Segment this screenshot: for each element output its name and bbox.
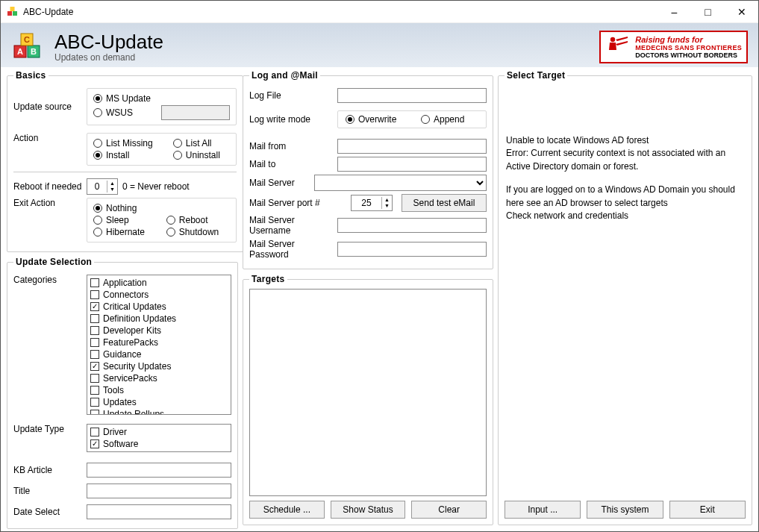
log-file-input[interactable] [337,88,487,103]
radio-install[interactable]: Install [93,150,163,160]
log-mail-legend: Log and @Mail [249,70,320,81]
radio-uninstall[interactable]: Uninstall [173,150,230,160]
app-icon [7,6,19,18]
reboot-hint: 0 = Never reboot [122,181,190,192]
msf-banner[interactable]: Raising funds for MEDECINS SANS FRONTIER… [599,31,748,63]
basics-legend: Basics [13,70,49,81]
mail-server-label: Mail Server [249,178,310,188]
svg-point-9 [610,37,615,41]
select-target-text: Unable to locate Windows AD forest Error… [505,85,746,227]
checkbox-icon [90,338,99,347]
category-featurepacks[interactable]: FeaturePacks [89,337,229,348]
checkbox-icon [90,314,99,323]
svg-text:B: B [31,47,37,56]
update-type-list[interactable]: DriverSoftware [87,424,231,452]
close-button[interactable]: ✕ [725,1,758,22]
mail-server-combo[interactable] [314,175,487,191]
basics-group: Basics Update source MS Update WSUS Acti… [7,70,243,252]
kb-input[interactable] [87,463,231,478]
spin-up-icon[interactable]: ▲ [382,197,392,203]
schedule-button[interactable]: Schedule ... [249,501,325,519]
category-servicepacks[interactable]: ServicePacks [89,372,229,384]
show-status-button[interactable]: Show Status [331,501,406,519]
window-title: ABC-Update [23,7,658,17]
categories-list[interactable]: ApplicationConnectorsCritical UpdatesDef… [87,275,231,415]
msf-line2: MEDECINS SANS FRONTIERES [635,44,742,51]
log-mail-group: Log and @Mail Log File Log write mode Ov… [243,70,493,269]
svg-text:A: A [17,47,23,56]
update-selection-group: Update Selection Categories ApplicationC… [7,257,238,529]
content: Basics Update source MS Update WSUS Acti… [1,67,758,531]
spin-down-icon[interactable]: ▼ [107,187,117,193]
checkbox-icon [90,302,99,311]
category-update-rollups[interactable]: Update Rollups [89,408,229,415]
log-file-label: Log File [249,90,333,101]
mail-from-input[interactable] [337,139,487,154]
radio-nothing[interactable]: Nothing [93,203,156,213]
svg-rect-2 [10,7,15,11]
mail-port-value[interactable] [352,195,381,210]
category-security-updates[interactable]: Security Updates [89,360,229,372]
targets-list[interactable] [249,289,487,496]
reboot-value[interactable] [87,179,107,194]
app-window: ABC-Update – □ ✕ A B C ABC-Update Update… [0,0,759,532]
mail-to-input[interactable] [337,157,487,172]
radio-list-all[interactable]: List All [173,138,230,148]
categories-label: Categories [13,275,82,285]
mail-port-spinner[interactable]: ▲▼ [351,195,393,211]
radio-ms-update[interactable]: MS Update [93,93,151,104]
checkbox-icon [90,410,99,415]
app-title: ABC-Update [54,31,163,54]
mail-to-label: Mail to [249,159,333,169]
input-button[interactable]: Input ... [505,501,581,519]
update-source-label: Update source [13,101,82,112]
maximize-button[interactable]: □ [691,1,725,22]
update-type-driver[interactable]: Driver [89,426,229,438]
reboot-spinner[interactable]: ▲▼ [87,178,118,195]
radio-shutdown[interactable]: Shutdown [166,227,230,237]
radio-hibernate[interactable]: Hibernate [93,227,156,237]
header: A B C ABC-Update Updates on demand Raisi… [1,23,758,67]
targets-legend: Targets [249,274,287,284]
clear-button[interactable]: Clear [411,501,487,519]
mail-port-label: Mail Server port # [249,198,333,208]
mail-pass-input[interactable] [337,242,487,257]
spin-up-icon[interactable]: ▲ [107,181,117,187]
spin-down-icon[interactable]: ▼ [382,203,392,209]
category-critical-updates[interactable]: Critical Updates [89,301,229,313]
mail-from-label: Mail from [249,141,333,151]
msf-line1: Raising funds for [635,35,742,44]
update-type-software[interactable]: Software [89,438,229,450]
radio-sleep[interactable]: Sleep [93,215,156,225]
send-test-button[interactable]: Send test eMail [402,194,487,212]
category-developer-kits[interactable]: Developer Kits [89,325,229,337]
title-label: Title [13,486,82,496]
category-updates[interactable]: Updates [89,396,229,408]
title-input[interactable] [87,484,231,498]
wsus-input[interactable] [161,105,230,120]
category-application[interactable]: Application [89,277,229,289]
exit-button[interactable]: Exit [669,501,746,519]
checkbox-icon [90,278,99,287]
checkbox-icon [90,398,99,407]
app-subtitle: Updates on demand [54,52,163,63]
this-system-button[interactable]: This system [587,501,663,519]
category-connectors[interactable]: Connectors [89,289,229,301]
svg-text:C: C [24,35,30,44]
radio-reboot[interactable]: Reboot [166,215,230,225]
category-tools[interactable]: Tools [89,384,229,396]
titlebar: ABC-Update – □ ✕ [1,1,758,23]
select-target-legend: Select Target [505,70,567,81]
category-definition-updates[interactable]: Definition Updates [89,313,229,325]
checkbox-icon [90,428,99,436]
radio-wsus[interactable]: WSUS [93,105,151,120]
radio-overwrite[interactable]: Overwrite [346,114,410,125]
radio-append[interactable]: Append [421,114,478,125]
date-input[interactable] [87,504,231,519]
radio-list-missing[interactable]: List Missing [93,138,163,148]
mail-user-input[interactable] [337,218,487,233]
reboot-label: Reboot if needed [13,181,82,192]
category-guidance[interactable]: Guidance [89,348,229,360]
checkbox-icon [90,374,99,383]
minimize-button[interactable]: – [658,1,691,22]
